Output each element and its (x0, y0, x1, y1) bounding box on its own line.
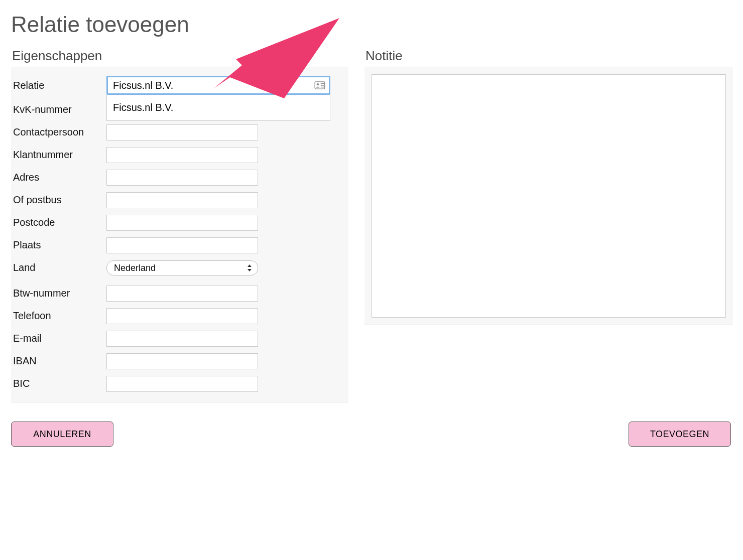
adres-label: Adres (13, 172, 106, 183)
contactpersoon-input[interactable] (106, 124, 258, 141)
btw-label: Btw-nummer (13, 288, 106, 299)
postcode-label: Postcode (13, 217, 106, 228)
cancel-button[interactable]: ANNULEREN (11, 422, 113, 447)
relatie-input[interactable] (106, 76, 330, 95)
adres-input[interactable] (106, 170, 258, 186)
land-label: Land (13, 262, 106, 273)
page-title: Relatie toevoegen (11, 12, 733, 37)
note-textarea[interactable] (372, 74, 726, 318)
relatie-suggestion-item[interactable]: Ficsus.nl B.V. (107, 95, 330, 120)
bic-input[interactable] (106, 376, 258, 392)
properties-heading: Eigenschappen (11, 48, 348, 67)
klantnummer-label: Klantnummer (13, 149, 106, 161)
klantnummer-input[interactable] (106, 147, 258, 163)
submit-button[interactable]: TOEVOEGEN (629, 422, 731, 447)
bic-label: BIC (13, 378, 106, 389)
email-input[interactable] (106, 331, 258, 347)
land-select[interactable]: Nederland (106, 260, 258, 275)
kvk-label: KvK-nummer (13, 104, 106, 115)
plaats-input[interactable] (106, 237, 258, 253)
contactpersoon-label: Contactpersoon (13, 126, 106, 138)
telefoon-input[interactable] (106, 308, 258, 324)
relatie-suggestions: Ficsus.nl B.V. (106, 95, 330, 121)
telefoon-label: Telefoon (13, 310, 106, 322)
iban-input[interactable] (106, 353, 258, 369)
postbus-input[interactable] (106, 192, 258, 208)
postbus-label: Of postbus (13, 194, 106, 206)
relatie-label: Relatie (13, 80, 106, 91)
email-label: E-mail (13, 333, 106, 344)
btw-input[interactable] (106, 286, 258, 302)
note-column: Notitie (364, 48, 733, 402)
iban-label: IBAN (13, 355, 106, 367)
note-heading: Notitie (364, 48, 733, 67)
properties-column: Eigenschappen Relatie (11, 48, 348, 402)
plaats-label: Plaats (13, 239, 106, 251)
postcode-input[interactable] (106, 215, 258, 231)
